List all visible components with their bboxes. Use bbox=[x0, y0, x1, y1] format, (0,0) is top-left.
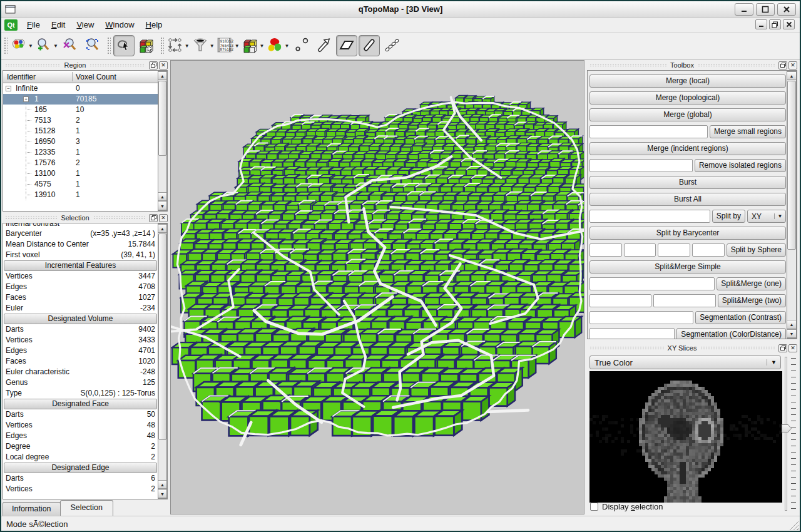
toolbar-button-arrow[interactable] bbox=[314, 35, 335, 56]
split-axis-select[interactable]: XY▼ bbox=[747, 210, 786, 223]
mdi-minimize-button[interactable] bbox=[755, 19, 767, 29]
scroll-up-icon[interactable]: ▲ bbox=[787, 320, 796, 329]
toolbox-button-segmentation-colordistance[interactable]: Segmentation (ColorDistance) bbox=[676, 328, 786, 339]
size-grip[interactable] bbox=[789, 521, 798, 530]
toolbox-button-split-merge-two[interactable]: Split&Merge (two) bbox=[718, 294, 786, 307]
toolbox-input-split-by[interactable] bbox=[589, 210, 710, 223]
selection-scrollbar[interactable]: ▲ ▲ ▼ bbox=[158, 223, 167, 499]
region-row[interactable]: +170185 bbox=[3, 94, 158, 105]
toolbox-button-split-by[interactable]: Split by bbox=[712, 210, 745, 223]
float-panel-icon[interactable] bbox=[778, 344, 787, 352]
slice-slider-groove[interactable] bbox=[785, 357, 787, 511]
toolbar-button-voxel-values[interactable]: 918352765413876102▼ bbox=[217, 35, 240, 56]
menu-help[interactable]: Help bbox=[140, 18, 168, 31]
toolbox-button-merge-incident-regions[interactable]: Merge (incident regions) bbox=[589, 142, 786, 155]
column-voxel-count[interactable]: Voxel Count bbox=[76, 73, 116, 81]
display-selection-checkbox[interactable] bbox=[590, 503, 598, 511]
menu-edit[interactable]: Edit bbox=[46, 18, 71, 31]
menu-file[interactable]: File bbox=[21, 18, 46, 31]
region-row[interactable]: 169503 bbox=[3, 136, 158, 147]
voxel-render-canvas[interactable] bbox=[171, 61, 584, 514]
toolbar-button-select-lasso-cursor[interactable] bbox=[113, 35, 135, 56]
tab-information[interactable]: Information bbox=[3, 502, 61, 516]
slice-slider-handle[interactable] bbox=[782, 424, 792, 432]
toolbox-input-segmentation-colordistance[interactable] bbox=[589, 328, 675, 339]
scroll-up-icon[interactable]: ▲ bbox=[158, 480, 166, 489]
scroll-down-icon[interactable]: ▼ bbox=[158, 202, 166, 210]
toolbar-button-filter-funnel[interactable]: ▼ bbox=[191, 35, 215, 56]
toolbox-button-burst[interactable]: Burst bbox=[589, 176, 786, 189]
toolbar-button-edge-stick[interactable] bbox=[359, 35, 380, 56]
3d-view[interactable] bbox=[170, 60, 584, 514]
scrollbar-thumb[interactable] bbox=[787, 81, 796, 250]
toolbox-button-split-merge-one[interactable]: Split&Merge (one) bbox=[717, 277, 786, 290]
toolbox-input-segmentation-contrast[interactable] bbox=[589, 311, 693, 324]
tree-expander-icon[interactable]: + bbox=[23, 96, 29, 102]
maximize-button[interactable] bbox=[756, 3, 775, 16]
toolbar-handle[interactable] bbox=[160, 36, 164, 55]
toolbox-button-merge-topological[interactable]: Merge (topological) bbox=[589, 91, 786, 105]
chevron-down-icon[interactable]: ▼ bbox=[53, 43, 58, 49]
close-panel-icon[interactable]: ✕ bbox=[788, 61, 797, 69]
chevron-down-icon[interactable]: ▼ bbox=[28, 43, 33, 49]
menu-window[interactable]: Window bbox=[99, 18, 140, 31]
scroll-up-icon[interactable]: ▲ bbox=[158, 224, 166, 233]
scrollbar-thumb[interactable] bbox=[158, 233, 166, 440]
toolbox-button-split-by-barycenter[interactable]: Split by Barycenter bbox=[589, 227, 786, 240]
region-panel-titlebar[interactable]: Region ✕ bbox=[3, 60, 168, 70]
scroll-down-icon[interactable]: ▼ bbox=[787, 329, 796, 338]
toolbar-button-zoom-fit[interactable] bbox=[60, 35, 81, 56]
close-button[interactable] bbox=[777, 3, 796, 16]
region-row[interactable]: 175762 bbox=[3, 158, 158, 168]
toolbox-button-remove-isolated-regions[interactable]: Remove isolated regions bbox=[695, 159, 786, 172]
scroll-up-icon[interactable]: ▲ bbox=[158, 192, 166, 201]
color-mode-select[interactable]: True Color ▼ bbox=[589, 356, 781, 369]
mdi-close-button[interactable] bbox=[783, 19, 795, 29]
region-row[interactable]: 139101 bbox=[3, 190, 158, 200]
toolbar-button-regions[interactable]: ▼ bbox=[267, 35, 290, 56]
scroll-down-icon[interactable]: ▼ bbox=[158, 489, 166, 498]
toolbox-input-remove-isolated-regions[interactable] bbox=[589, 159, 693, 172]
minimize-button[interactable] bbox=[735, 3, 753, 16]
float-panel-icon[interactable] bbox=[149, 61, 158, 69]
toolbox-panel-titlebar[interactable]: Toolbox ✕ bbox=[587, 60, 797, 70]
toolbar-button-zoom-selection[interactable] bbox=[83, 35, 104, 56]
chevron-down-icon[interactable]: ▼ bbox=[210, 43, 215, 49]
region-row[interactable]: 75132 bbox=[3, 115, 158, 126]
toolbar-handle[interactable] bbox=[3, 36, 8, 55]
scroll-up-icon[interactable]: ▲ bbox=[787, 71, 796, 80]
region-row[interactable]: 16510 bbox=[3, 105, 158, 115]
toolbar-button-cubes-pick[interactable] bbox=[136, 35, 157, 56]
toolbar-button-two-points[interactable] bbox=[291, 35, 312, 56]
region-row[interactable]: 123351 bbox=[3, 147, 158, 158]
toolbox-button-burst-all[interactable]: Burst All bbox=[589, 193, 786, 206]
tab-selection[interactable]: Selection bbox=[60, 500, 113, 516]
toolbox-button-merge-global[interactable]: Merge (global) bbox=[589, 108, 786, 121]
float-panel-icon[interactable] bbox=[778, 61, 787, 69]
scroll-up-icon[interactable]: ▲ bbox=[158, 71, 166, 80]
close-panel-icon[interactable]: ✕ bbox=[159, 214, 168, 222]
region-row[interactable]: 131001 bbox=[3, 168, 158, 179]
tree-expander-icon[interactable]: − bbox=[6, 86, 11, 91]
toolbar-button-color-map[interactable]: ▼ bbox=[10, 35, 34, 56]
region-row[interactable]: −Infinite0 bbox=[3, 83, 158, 94]
toolbox-input-split-by-sphere[interactable] bbox=[692, 243, 725, 257]
toolbox-button-merge-small-regions[interactable]: Merge small regions bbox=[710, 125, 786, 138]
toolbox-input-split-merge-two[interactable] bbox=[653, 294, 715, 307]
close-panel-icon[interactable]: ✕ bbox=[159, 61, 168, 69]
mri-slice-canvas[interactable] bbox=[589, 371, 782, 503]
toolbar-button-translate[interactable]: ▼ bbox=[166, 35, 190, 56]
selection-panel-titlebar[interactable]: Selection ✕ bbox=[3, 213, 168, 223]
chevron-down-icon[interactable]: ▼ bbox=[235, 43, 240, 49]
toolbox-input-split-merge-two[interactable] bbox=[589, 294, 651, 307]
chevron-down-icon[interactable]: ▼ bbox=[285, 43, 290, 49]
toolbar-button-zoom-add[interactable]: ▼ bbox=[35, 35, 59, 56]
chevron-down-icon[interactable]: ▼ bbox=[260, 43, 265, 49]
region-scrollbar[interactable]: ▲ ▲ ▼ bbox=[158, 71, 167, 211]
toolbar-handle[interactable] bbox=[106, 36, 111, 55]
toolbox-scrollbar[interactable]: ▲ ▲ ▼ bbox=[787, 71, 797, 339]
toolbox-button-segmentation-contrast[interactable]: Segmentation (Contrast) bbox=[695, 311, 786, 324]
toolbox-input-split-merge-one[interactable] bbox=[589, 277, 715, 290]
menu-view[interactable]: View bbox=[71, 18, 99, 31]
toolbox-input-merge-small-regions[interactable] bbox=[589, 125, 708, 138]
